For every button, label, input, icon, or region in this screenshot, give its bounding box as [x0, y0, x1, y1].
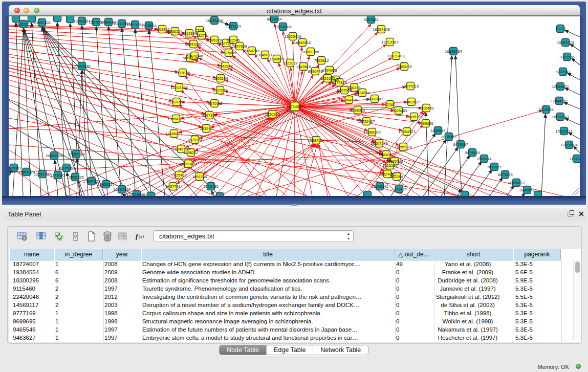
svg-text:2867608: 2867608: [232, 43, 247, 48]
svg-text:7632621: 7632621: [487, 164, 502, 169]
svg-text:1640954: 1640954: [430, 128, 445, 133]
svg-text:10107553: 10107553: [168, 99, 185, 104]
svg-text:1588520: 1588520: [269, 56, 284, 61]
svg-text:16543382: 16543382: [185, 41, 202, 46]
svg-text:13325419: 13325419: [284, 34, 301, 38]
svg-text:7485009: 7485009: [397, 64, 411, 69]
svg-text:2930203: 2930203: [265, 112, 279, 116]
svg-text:19218506: 19218506: [274, 24, 291, 29]
svg-text:2718176: 2718176: [175, 70, 190, 75]
svg-text:10973493: 10973493: [387, 53, 404, 58]
svg-text:3960124: 3960124: [167, 29, 182, 33]
svg-text:7357224: 7357224: [226, 24, 241, 28]
svg-text:15136141: 15136141: [371, 184, 388, 188]
svg-text:16648784: 16648784: [445, 49, 462, 53]
svg-text:1362615: 1362615: [296, 64, 311, 69]
svg-text:(x): (x): [139, 234, 144, 239]
svg-text:6497568: 6497568: [337, 87, 352, 92]
svg-text:2687682: 2687682: [363, 17, 378, 21]
svg-text:9242848: 9242848: [217, 63, 232, 68]
svg-text:8471676: 8471676: [497, 172, 512, 177]
svg-text:14099489: 14099489: [180, 161, 197, 166]
svg-text:19654923: 19654923: [398, 129, 415, 134]
svg-text:20364436: 20364436: [340, 97, 357, 102]
svg-text:15692971: 15692971: [555, 128, 572, 133]
svg-text:10653267: 10653267: [73, 18, 90, 23]
svg-text:9245652: 9245652: [519, 187, 534, 192]
svg-text:10958117: 10958117: [98, 182, 115, 186]
svg-text:17359934: 17359934: [68, 151, 84, 156]
svg-text:7955812: 7955812: [314, 58, 329, 62]
svg-text:6794028: 6794028: [322, 68, 337, 72]
svg-text:16640910: 16640910: [294, 40, 311, 45]
svg-text:539154: 539154: [9, 169, 13, 173]
svg-text:3912954: 3912954: [182, 31, 197, 35]
svg-text:15751074: 15751074: [557, 40, 574, 45]
svg-text:19166827: 19166827: [165, 131, 182, 136]
svg-text:10654112: 10654112: [508, 180, 525, 185]
svg-text:3675685: 3675685: [221, 50, 236, 55]
svg-text:8813054: 8813054: [267, 16, 281, 21]
svg-text:16154808: 16154808: [373, 27, 389, 31]
svg-text:16782759: 16782759: [113, 187, 130, 191]
svg-text:1615132: 1615132: [382, 163, 397, 167]
svg-text:16033809: 16033809: [206, 18, 223, 23]
svg-text:8215955: 8215955: [538, 107, 553, 112]
svg-text:10025453: 10025453: [390, 108, 407, 113]
svg-text:16961758: 16961758: [302, 49, 319, 54]
svg-text:5322037: 5322037: [282, 60, 297, 65]
svg-text:16210643: 16210643: [552, 114, 569, 119]
svg-text:19384554: 19384554: [308, 138, 324, 142]
svg-text:11173: 11173: [555, 26, 565, 31]
svg-text:30975867: 30975867: [58, 165, 75, 170]
svg-text:10807487: 10807487: [366, 96, 383, 101]
svg-text:8678334: 8678334: [187, 137, 202, 142]
svg-text:12975115: 12975115: [402, 83, 419, 88]
svg-text:9699695: 9699695: [418, 121, 433, 125]
svg-text:6479197: 6479197: [453, 142, 468, 146]
svg-text:9777169: 9777169: [332, 80, 346, 84]
svg-text:932546: 932546: [227, 37, 239, 42]
svg-text:15720407: 15720407: [358, 119, 375, 123]
svg-text:18607249: 18607249: [371, 141, 387, 145]
svg-text:9227341: 9227341: [555, 69, 570, 74]
svg-text:5716485: 5716485: [203, 184, 218, 188]
svg-text:9084067: 9084067: [379, 152, 394, 157]
svg-text:3267130: 3267130: [202, 113, 216, 117]
svg-text:19654983: 19654983: [167, 116, 184, 121]
svg-text:7986322: 7986322: [350, 107, 365, 112]
svg-text:11156829: 11156829: [18, 169, 35, 174]
svg-text:1145193: 1145193: [51, 172, 66, 177]
svg-text:12505135: 12505135: [67, 174, 83, 179]
svg-text:2322: 2322: [195, 28, 204, 32]
svg-text:3624554: 3624554: [355, 90, 369, 95]
svg-text:917006: 917006: [208, 101, 221, 105]
svg-text:1167531: 1167531: [570, 156, 580, 161]
svg-text:12323446: 12323446: [128, 192, 145, 196]
svg-text:9457791: 9457791: [165, 184, 180, 188]
svg-text:252254: 252254: [390, 174, 403, 179]
svg-text:12342737: 12342737: [34, 171, 51, 176]
svg-text:18495796: 18495796: [405, 114, 422, 119]
svg-text:12093832: 12093832: [552, 84, 569, 89]
svg-text:8454749: 8454749: [244, 48, 259, 53]
svg-text:10756928: 10756928: [395, 144, 411, 149]
svg-text:12213363: 12213363: [170, 85, 187, 90]
svg-text:5498222: 5498222: [183, 150, 198, 155]
svg-text:8938923: 8938923: [441, 134, 456, 139]
svg-text:18724007: 18724007: [286, 104, 303, 108]
svg-text:9115460: 9115460: [419, 105, 434, 110]
svg-text:24055713: 24055713: [15, 21, 32, 26]
svg-text:12213967: 12213967: [381, 39, 398, 44]
svg-text:7625402: 7625402: [171, 172, 186, 177]
svg-text:10688609: 10688609: [363, 129, 380, 134]
svg-text:20691406: 20691406: [33, 20, 50, 25]
svg-text:7515526: 7515526: [141, 23, 156, 28]
svg-text:1733426: 1733426: [391, 186, 406, 191]
svg-text:23420046: 23420046: [186, 53, 203, 58]
svg-text:1691144: 1691144: [192, 174, 207, 179]
svg-text:2803144: 2803144: [213, 76, 228, 80]
svg-text:20053346: 20053346: [73, 63, 90, 68]
svg-text:19463627: 19463627: [403, 99, 420, 104]
svg-text:62160: 62160: [385, 102, 396, 106]
